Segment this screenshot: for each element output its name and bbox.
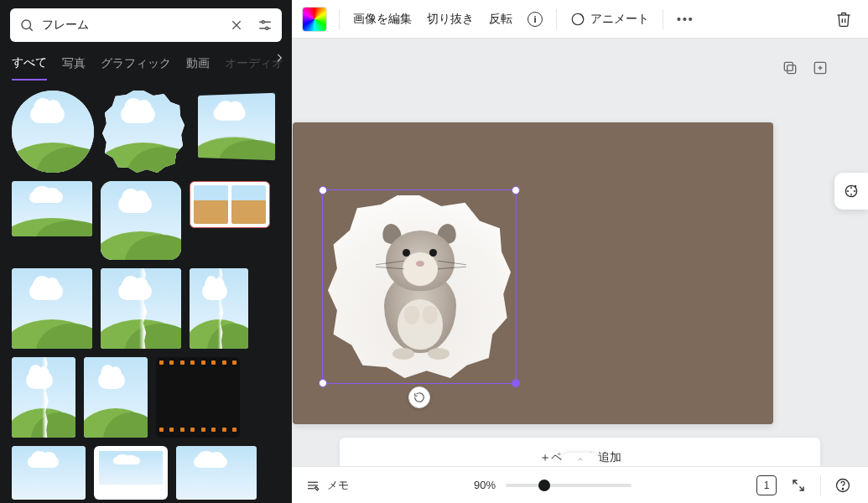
frame-thumb-square[interactable] [12, 268, 92, 349]
toolbar-separator [339, 9, 340, 29]
framed-image[interactable] [328, 195, 511, 378]
animate-label: アニメート [590, 12, 649, 27]
search-filter-button[interactable] [255, 15, 275, 35]
animate-icon [570, 12, 585, 27]
zoom-slider[interactable] [506, 484, 632, 487]
notes-icon [305, 478, 320, 493]
edit-image-button[interactable]: 画像を編集 [351, 8, 413, 30]
svg-point-5 [262, 21, 264, 23]
search-row [0, 0, 292, 47]
page-count-button[interactable]: 1 [756, 475, 777, 495]
crop-button[interactable]: 切り抜き [425, 8, 476, 30]
info-button[interactable]: i [526, 8, 544, 30]
toolbar-separator [663, 9, 663, 29]
category-tabs: すべて 写真 グラフィック 動画 オーディオ [0, 47, 292, 80]
help-button[interactable] [831, 474, 855, 497]
sparkle-icon [843, 183, 860, 200]
search-icon [17, 15, 37, 35]
svg-rect-9 [787, 65, 796, 74]
context-toolbar: 画像を編集 切り抜き 反転 i アニメート ••• [292, 0, 868, 39]
svg-rect-10 [784, 62, 793, 70]
rotate-handle[interactable] [408, 386, 430, 408]
notes-label: メモ [327, 478, 349, 493]
pages-drawer-handle[interactable] [561, 453, 600, 466]
trash-icon [835, 11, 852, 28]
zoom-label[interactable]: 90% [474, 479, 496, 491]
flip-button[interactable]: 反転 [487, 8, 514, 30]
clear-search-button[interactable] [226, 15, 247, 35]
color-picker-button[interactable] [302, 7, 327, 32]
bottom-bar: メモ 90% 1 [292, 466, 868, 503]
tab-photos[interactable]: 写真 [62, 56, 86, 80]
resize-handle-tl[interactable] [319, 186, 327, 194]
resize-handle-tr[interactable] [512, 186, 520, 194]
tab-videos[interactable]: 動画 [186, 56, 210, 80]
svg-line-1 [29, 28, 32, 30]
fullscreen-icon [791, 478, 806, 493]
svg-point-23 [842, 488, 843, 489]
frame-thumb-landscape-3[interactable] [176, 446, 257, 500]
rotate-icon [413, 392, 425, 403]
add-page-icon-button[interactable] [811, 59, 829, 77]
assistant-fab[interactable] [834, 173, 868, 210]
elements-sidebar: すべて 写真 グラフィック 動画 オーディオ [0, 0, 292, 503]
artboard[interactable] [293, 122, 773, 424]
frame-thumb-torn-wide[interactable] [101, 268, 181, 349]
help-icon [834, 477, 851, 494]
search-input[interactable] [42, 18, 221, 32]
frame-thumb-landscape[interactable] [12, 181, 92, 236]
tab-all[interactable]: すべて [12, 55, 47, 80]
frame-thumb-torn-2[interactable] [12, 357, 75, 438]
frame-thumb-circle[interactable] [12, 91, 94, 173]
animate-button[interactable]: アニメート [569, 8, 651, 30]
editor-main: 画像を編集 切り抜き 反転 i アニメート ••• [292, 0, 868, 503]
notes-button[interactable]: メモ [305, 478, 349, 493]
frame-thumb-diptych[interactable] [190, 181, 270, 228]
frame-thumb-landscape-2[interactable] [12, 446, 86, 500]
resize-handle-bl[interactable] [319, 379, 327, 387]
duplicate-page-button[interactable] [781, 59, 799, 77]
resize-handle-br[interactable] [512, 379, 520, 387]
tab-graphics[interactable]: グラフィック [101, 56, 171, 80]
frame-thumb-polaroid[interactable] [94, 446, 168, 500]
canvas-area[interactable]: ＋ページを追加 [292, 39, 868, 466]
chevron-up-icon [576, 455, 585, 464]
svg-point-0 [22, 20, 31, 29]
frame-thumb-rounded-square[interactable] [101, 181, 181, 260]
zoom-controls: 90% [474, 479, 632, 491]
selection-box[interactable] [322, 189, 517, 384]
frame-thumb-perspective[interactable] [193, 91, 277, 163]
frame-thumb-wavy[interactable] [102, 91, 185, 173]
toolbar-separator [556, 9, 557, 29]
search-results-grid [0, 80, 292, 503]
more-options-button[interactable]: ••• [675, 9, 696, 29]
delete-button[interactable] [829, 5, 858, 34]
fullscreen-button[interactable] [787, 474, 810, 497]
search-box [10, 8, 282, 42]
bottombar-separator [820, 475, 821, 495]
tabs-scroll-right-icon[interactable] [273, 52, 285, 66]
frame-thumb-film[interactable] [156, 357, 240, 438]
svg-point-7 [266, 27, 268, 29]
page-actions [781, 59, 829, 77]
frame-thumb-torn-tall[interactable] [190, 268, 248, 349]
frame-thumb-arched-strokes[interactable] [84, 357, 148, 438]
zoom-slider-thumb[interactable] [538, 480, 550, 491]
hamster-illustration [361, 215, 478, 358]
info-icon: i [528, 12, 543, 27]
